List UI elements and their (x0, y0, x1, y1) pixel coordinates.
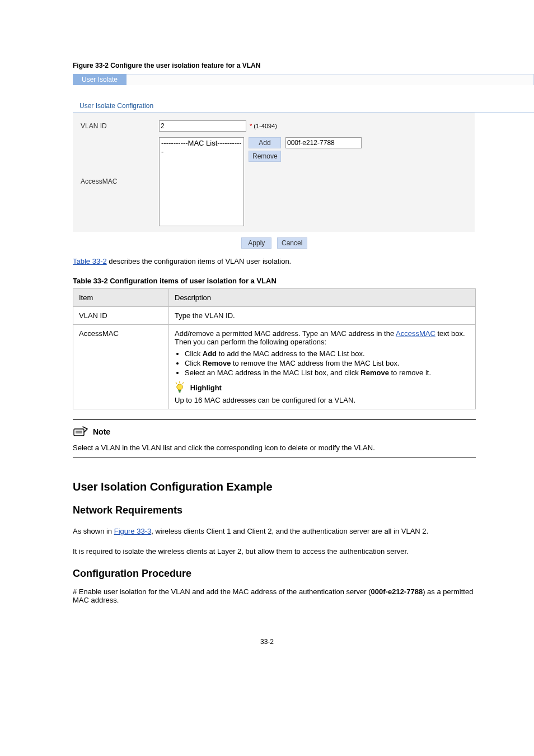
cell-accessmac-desc: Add/remove a permitted MAC address. Type… (169, 324, 476, 409)
req-paragraph-1: As shown in Figure 33-3, wireless client… (73, 526, 476, 536)
text-after-figure: Table 33-2 describes the configuration i… (73, 256, 476, 267)
apply-button[interactable]: Apply (241, 237, 271, 249)
table-row: AccessMAC Add/remove a permitted MAC add… (73, 324, 476, 409)
cell-accessmac: AccessMAC (73, 324, 169, 409)
svg-point-3 (177, 384, 182, 389)
vlan-id-input[interactable] (159, 120, 246, 132)
form-footer: Apply Cancel (73, 232, 476, 249)
figure-caption: Figure 33-2 Configure the user isolation… (73, 62, 534, 69)
table-caption: Table 33-2 Configuration items of user i… (73, 277, 534, 285)
note-icon (73, 426, 88, 438)
remove-button[interactable]: Remove (249, 151, 281, 162)
svg-line-1 (176, 382, 177, 384)
highlight-block: Highlight (175, 381, 470, 394)
highlight-icon (175, 381, 185, 394)
section-title: User Isolation Configuration Example (73, 480, 534, 493)
highlight-label: Highlight (190, 383, 222, 391)
add-button[interactable]: Add (249, 137, 281, 148)
vlan-id-label: VLAN ID (81, 122, 159, 130)
figure-ref-link[interactable]: Figure 33-3 (114, 527, 151, 535)
svg-line-2 (182, 382, 184, 384)
list-item: Click Remove to remove the MAC address f… (185, 359, 470, 367)
col-item: Item (73, 288, 169, 306)
cell-vlanid-desc: Type the VLAN ID. (169, 306, 476, 324)
network-requirements-title: Network Requirements (73, 505, 534, 516)
config-step-1: # Enable user isolation for the VLAN and… (73, 587, 476, 604)
svg-rect-5 (179, 391, 181, 393)
vlan-hint: * (1-4094) (250, 123, 277, 129)
note-label: Note (93, 427, 110, 436)
list-item: Select an MAC address in the MAC List bo… (185, 368, 470, 377)
table-ref-link[interactable]: Table 33-2 (73, 257, 107, 265)
cancel-button[interactable]: Cancel (277, 237, 307, 249)
mac-list-box[interactable]: -----------MAC List----------- (159, 137, 244, 226)
tab-spacer (127, 74, 534, 85)
page-number: 33-2 (0, 638, 534, 646)
tab-user-isolate[interactable]: User Isolate (73, 74, 127, 85)
cell-vlanid: VLAN ID (73, 306, 169, 324)
note-text: Select a VLAN in the VLAN list and click… (73, 444, 476, 452)
req-paragraph-2: It is required to isolate the wireless c… (73, 547, 476, 557)
note-block: Note Select a VLAN in the VLAN list and … (73, 419, 476, 458)
form-body: VLAN ID * (1-4094) AccessMAC -----------… (73, 113, 475, 232)
table-row: VLAN ID Type the VLAN ID. (73, 306, 476, 324)
config-table: Item Description VLAN ID Type the VLAN I… (73, 288, 476, 409)
mac-list-placeholder: -----------MAC List----------- (160, 139, 243, 156)
accessmac-link[interactable]: AccessMAC (396, 329, 435, 338)
highlight-text: Up to 16 MAC addresses can be configured… (175, 396, 470, 404)
accessmac-input[interactable] (285, 137, 362, 148)
accessmac-label: AccessMAC (81, 137, 159, 185)
list-item: Click Add to add the MAC address to the … (185, 349, 470, 358)
tab-row: User Isolate (73, 74, 534, 85)
form-title: User Isolate Configration (79, 102, 534, 110)
svg-rect-6 (74, 429, 84, 436)
svg-rect-4 (179, 390, 181, 391)
config-procedure-title: Configuration Procedure (73, 568, 534, 580)
col-description: Description (169, 288, 476, 306)
config-panel: User Isolate Configration VLAN ID * (1-4… (73, 85, 534, 249)
